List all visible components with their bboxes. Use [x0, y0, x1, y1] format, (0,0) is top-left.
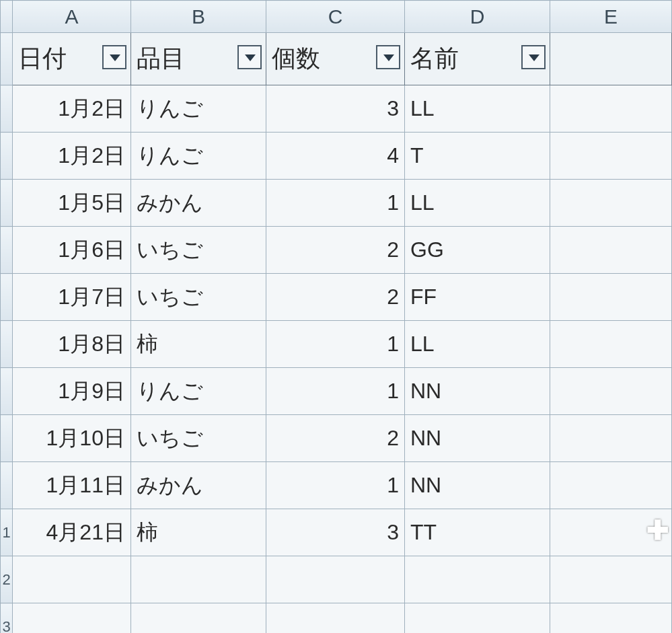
- header-date[interactable]: 日付: [13, 33, 131, 85]
- cell-date[interactable]: 1月7日: [13, 274, 131, 321]
- cell-empty[interactable]: [550, 133, 672, 180]
- cell-empty[interactable]: [550, 321, 672, 368]
- cell-date[interactable]: 1月6日: [13, 227, 131, 274]
- filter-dropdown-icon[interactable]: [237, 45, 262, 69]
- row-number[interactable]: [1, 85, 13, 133]
- cell-date[interactable]: 1月9日: [13, 368, 131, 415]
- cell-item[interactable]: りんご: [130, 368, 266, 415]
- cell-item[interactable]: みかん: [130, 180, 266, 227]
- cell-empty[interactable]: [13, 603, 131, 634]
- cell-empty[interactable]: [550, 415, 672, 462]
- header-item[interactable]: 品目: [130, 33, 266, 85]
- cell-empty[interactable]: [550, 462, 672, 509]
- header-date-label: 日付: [18, 44, 67, 72]
- cell-empty[interactable]: [550, 556, 672, 603]
- table-row: 1月10日 いちご 2 NN: [1, 415, 672, 462]
- cell-empty[interactable]: [130, 603, 266, 634]
- cell-item[interactable]: りんご: [130, 85, 266, 133]
- cell-item[interactable]: いちご: [130, 415, 266, 462]
- cell-empty[interactable]: [404, 556, 550, 603]
- select-all-corner[interactable]: [1, 1, 13, 33]
- cell-empty[interactable]: [550, 368, 672, 415]
- table-row: 1月9日 りんご 1 NN: [1, 368, 672, 415]
- header-empty-E[interactable]: [550, 33, 672, 85]
- row-number[interactable]: [1, 274, 13, 321]
- table-row: 2: [1, 556, 672, 603]
- column-header-B[interactable]: B: [130, 1, 266, 33]
- cell-name[interactable]: FF: [404, 274, 550, 321]
- cell-empty[interactable]: [550, 274, 672, 321]
- cell-empty[interactable]: [266, 603, 404, 634]
- table-row: 1月11日 みかん 1 NN: [1, 462, 672, 509]
- cell-qty[interactable]: 2: [266, 274, 404, 321]
- cell-date[interactable]: 4月21日: [13, 509, 131, 556]
- cell-item[interactable]: 柿: [130, 321, 266, 368]
- cell-name[interactable]: LL: [404, 180, 550, 227]
- cell-empty[interactable]: [404, 603, 550, 634]
- cell-date[interactable]: 1月5日: [13, 180, 131, 227]
- row-number[interactable]: 2: [1, 556, 13, 603]
- row-number[interactable]: [1, 227, 13, 274]
- cell-item[interactable]: いちご: [130, 227, 266, 274]
- cell-name[interactable]: NN: [404, 462, 550, 509]
- cell-name[interactable]: T: [404, 133, 550, 180]
- table-row: 1月2日 りんご 3 LL: [1, 85, 672, 133]
- filter-dropdown-icon[interactable]: [102, 45, 126, 69]
- cell-empty[interactable]: [266, 556, 404, 603]
- header-qty[interactable]: 個数: [266, 33, 404, 85]
- cell-empty[interactable]: [550, 85, 672, 133]
- cell-item[interactable]: りんご: [130, 133, 266, 180]
- spreadsheet-grid[interactable]: A B C D E 日付 品目 個数 名前 1月2日 りんご 3 LL: [0, 0, 672, 633]
- column-header-A[interactable]: A: [13, 1, 131, 33]
- cell-item[interactable]: みかん: [130, 462, 266, 509]
- header-item-label: 品目: [137, 44, 185, 72]
- cell-empty[interactable]: [550, 180, 672, 227]
- cell-empty[interactable]: [550, 227, 672, 274]
- row-number[interactable]: [1, 462, 13, 509]
- cell-date[interactable]: 1月2日: [13, 85, 131, 133]
- cell-date[interactable]: 1月11日: [13, 462, 131, 509]
- table-row: 1月6日 いちご 2 GG: [1, 227, 672, 274]
- cell-date[interactable]: 1月2日: [13, 133, 131, 180]
- column-header-E[interactable]: E: [550, 1, 672, 33]
- cell-name[interactable]: LL: [404, 85, 550, 133]
- cell-qty[interactable]: 3: [266, 509, 404, 556]
- cell-item[interactable]: 柿: [130, 509, 266, 556]
- cell-name[interactable]: GG: [404, 227, 550, 274]
- row-number[interactable]: [1, 133, 13, 180]
- cell-qty[interactable]: 2: [266, 227, 404, 274]
- cell-empty[interactable]: [550, 509, 672, 556]
- table-row: 1月7日 いちご 2 FF: [1, 274, 672, 321]
- header-name[interactable]: 名前: [404, 33, 550, 85]
- table-row: 1 4月21日 柿 3 TT: [1, 509, 672, 556]
- cell-date[interactable]: 1月10日: [13, 415, 131, 462]
- filter-dropdown-icon[interactable]: [521, 45, 546, 69]
- table-row: 1月2日 りんご 4 T: [1, 133, 672, 180]
- cell-name[interactable]: NN: [404, 368, 550, 415]
- cell-empty[interactable]: [13, 556, 131, 603]
- cell-qty[interactable]: 4: [266, 133, 404, 180]
- cell-empty[interactable]: [130, 556, 266, 603]
- cell-name[interactable]: NN: [404, 415, 550, 462]
- column-header-D[interactable]: D: [404, 1, 550, 33]
- row-number[interactable]: 1: [1, 509, 13, 556]
- cell-qty[interactable]: 2: [266, 415, 404, 462]
- cell-qty[interactable]: 1: [266, 462, 404, 509]
- row-number[interactable]: [1, 415, 13, 462]
- cell-name[interactable]: LL: [404, 321, 550, 368]
- cell-qty[interactable]: 1: [266, 321, 404, 368]
- row-number[interactable]: [1, 368, 13, 415]
- row-number[interactable]: [1, 180, 13, 227]
- cell-item[interactable]: いちご: [130, 274, 266, 321]
- cell-empty[interactable]: [550, 603, 672, 634]
- column-header-C[interactable]: C: [266, 1, 404, 33]
- cell-qty[interactable]: 3: [266, 85, 404, 133]
- row-number[interactable]: 3: [1, 603, 13, 634]
- cell-name[interactable]: TT: [404, 509, 550, 556]
- cell-qty[interactable]: 1: [266, 368, 404, 415]
- cell-date[interactable]: 1月8日: [13, 321, 131, 368]
- row-number[interactable]: [1, 321, 13, 368]
- cell-qty[interactable]: 1: [266, 180, 404, 227]
- filter-dropdown-icon[interactable]: [376, 45, 400, 69]
- row-number[interactable]: [1, 33, 13, 85]
